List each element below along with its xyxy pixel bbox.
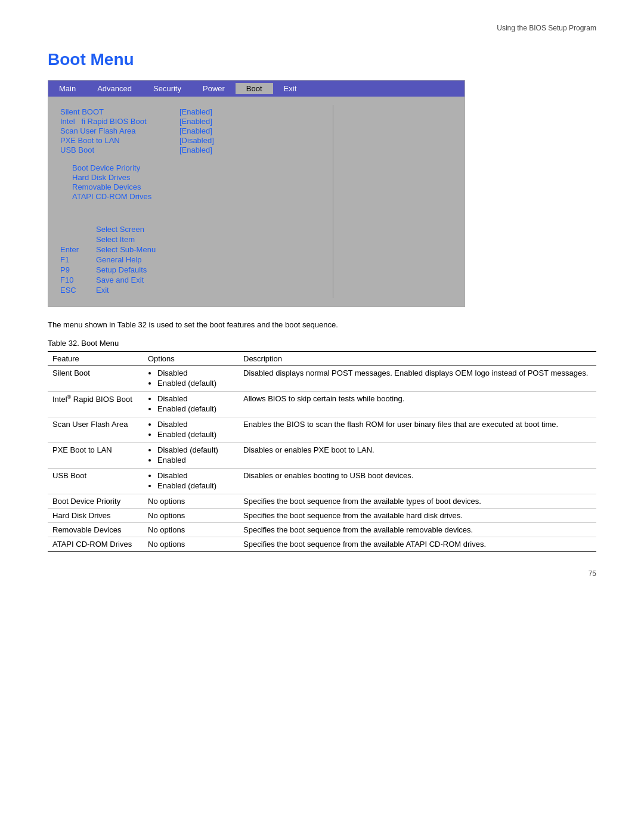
bios-key-row-esc: ESC Exit [60,286,321,295]
bios-key-arrows2 [60,235,96,244]
table-cell-description: Specifies the boot sequence from the ava… [239,523,596,537]
table-cell-options: DisabledEnabled (default) [143,392,239,417]
bios-right-panel [333,103,465,301]
bios-value-pxe-boot: [Disabled] [179,136,214,145]
bios-key-exit: Exit [96,286,109,295]
table-cell-description: Enables the BIOS to scan the flash ROM f… [239,417,596,443]
table-cell-feature: ATAPI CD-ROM Drives [48,537,143,552]
bios-screenshot: Main Advanced Security Power Boot Exit S… [48,80,465,307]
bios-key-f10: F10 [60,275,96,284]
table-cell-description: Disabled displays normal POST messages. … [239,366,596,392]
table-row: Silent BootDisabledEnabled (default)Disa… [48,366,596,392]
table-cell-description: Disables or enables PXE boot to LAN. [239,443,596,469]
bios-setting-silent-boot[interactable]: Silent BOOT [Enabled] [60,107,321,116]
table-row: Boot Device PriorityNo optionsSpecifies … [48,494,596,509]
bios-key-esc: ESC [60,286,96,295]
table-cell-description: Specifies the boot sequence from the ava… [239,494,596,509]
bios-key-row-screen: Select Screen [60,225,321,234]
table-cell-options: No options [143,509,239,523]
table-cell-feature: Removable Devices [48,523,143,537]
bios-key-row-p9: P9 Setup Defaults [60,265,321,274]
bios-menu-boot[interactable]: Boot [236,83,273,94]
bios-menu-advanced[interactable]: Advanced [86,83,143,94]
table-row: Hard Disk DrivesNo optionsSpecifies the … [48,509,596,523]
bios-key-save-exit: Save and Exit [96,275,144,284]
table-cell-options: No options [143,494,239,509]
table-cell-feature: Hard Disk Drives [48,509,143,523]
table-cell-options: DisabledEnabled (default) [143,469,239,494]
table-row: ATAPI CD-ROM DrivesNo optionsSpecifies t… [48,537,596,552]
bios-key-select-item: Select Item [96,235,135,244]
bios-key-row-f10: F10 Save and Exit [60,275,321,284]
table-cell-feature: USB Boot [48,469,143,494]
table-row: Removable DevicesNo optionsSpecifies the… [48,523,596,537]
table-cell-description: Disables or enables booting to USB boot … [239,469,596,494]
table-cell-feature: Boot Device Priority [48,494,143,509]
bios-label-rapid-bios: Intel fi Rapid BIOS Boot [60,117,179,126]
table-row: Scan User Flash AreaDisabledEnabled (def… [48,417,596,443]
bios-menubar: Main Advanced Security Power Boot Exit [48,80,465,97]
bios-setting-scan-user[interactable]: Scan User Flash Area [Enabled] [60,126,321,135]
description-text: The menu shown in Table 32 is used to se… [48,320,596,329]
bios-label-pxe-boot: PXE Boot to LAN [60,136,179,145]
table-cell-options: No options [143,537,239,552]
table-cell-options: DisabledEnabled (default) [143,366,239,392]
bios-key-row-f1: F1 General Help [60,255,321,264]
table-row: Intel® Rapid BIOS BootDisabledEnabled (d… [48,392,596,417]
table-row: USB BootDisabledEnabled (default)Disable… [48,469,596,494]
top-right-label: Using the BIOS Setup Program [48,24,596,32]
table-cell-feature: Intel® Rapid BIOS Boot [48,392,143,417]
bios-key-select-screen: Select Screen [96,225,144,234]
bios-key-help: Select Screen Select Item Enter Select S… [60,225,321,295]
bios-key-setup-defaults: Setup Defaults [96,265,147,274]
table-caption: Table 32. Boot Menu [48,339,596,348]
bios-key-general-help: General Help [96,255,142,264]
bios-menu-power[interactable]: Power [192,83,236,94]
bios-key-row-enter: Enter Select Sub-Menu [60,245,321,254]
bios-submenu-removable[interactable]: Removable Devices [60,182,321,191]
bios-setting-rapid-bios[interactable]: Intel fi Rapid BIOS Boot [Enabled] [60,117,321,126]
table-cell-feature: Scan User Flash Area [48,417,143,443]
table-cell-description: Specifies the boot sequence from the ava… [239,537,596,552]
table-cell-feature: PXE Boot to LAN [48,443,143,469]
bios-key-f1: F1 [60,255,96,264]
bios-submenu-hard-disk[interactable]: Hard Disk Drives [60,173,321,182]
bios-setting-usb-boot[interactable]: USB Boot [Enabled] [60,145,321,154]
bios-setting-pxe-boot[interactable]: PXE Boot to LAN [Disabled] [60,136,321,145]
page-title: Boot Menu [48,50,596,69]
bios-value-scan-user: [Enabled] [179,126,212,135]
bios-key-select: Select [96,245,117,254]
bios-menu-main[interactable]: Main [48,83,86,94]
bios-menu-exit[interactable]: Exit [273,83,308,94]
col-header-options: Options [143,352,239,366]
bios-key-submenu: Sub-Menu [120,245,156,254]
table-cell-options: No options [143,523,239,537]
bios-key-p9: P9 [60,265,96,274]
bios-key-row-item: Select Item [60,235,321,244]
table-cell-feature: Silent Boot [48,366,143,392]
bios-value-rapid-bios: [Enabled] [179,117,212,126]
table-cell-description: Specifies the boot sequence from the ava… [239,509,596,523]
table-cell-options: DisabledEnabled (default) [143,417,239,443]
bios-submenu-boot-priority[interactable]: Boot Device Priority [60,163,321,172]
bios-value-usb-boot: [Enabled] [179,145,212,154]
bios-label-usb-boot: USB Boot [60,145,179,154]
bios-label-scan-user: Scan User Flash Area [60,126,179,135]
bios-left-panel: Silent BOOT [Enabled] Intel fi Rapid BIO… [48,103,333,301]
col-header-feature: Feature [48,352,143,366]
table-cell-options: Disabled (default)Enabled [143,443,239,469]
bios-value-silent-boot: [Enabled] [179,107,212,116]
boot-menu-table: Feature Options Description Silent BootD… [48,351,596,552]
table-cell-description: Allows BIOS to skip certain tests while … [239,392,596,417]
col-header-description: Description [239,352,596,366]
bios-key-arrows [60,225,96,234]
table-row: PXE Boot to LANDisabled (default)Enabled… [48,443,596,469]
bios-key-enter: Enter [60,245,96,254]
bios-menu-security[interactable]: Security [143,83,192,94]
bios-label-silent-boot: Silent BOOT [60,107,179,116]
bios-submenu-atapi[interactable]: ATAPI CD-ROM Drives [60,192,321,201]
page-number: 75 [48,569,596,578]
bios-body: Silent BOOT [Enabled] Intel fi Rapid BIO… [48,97,465,306]
